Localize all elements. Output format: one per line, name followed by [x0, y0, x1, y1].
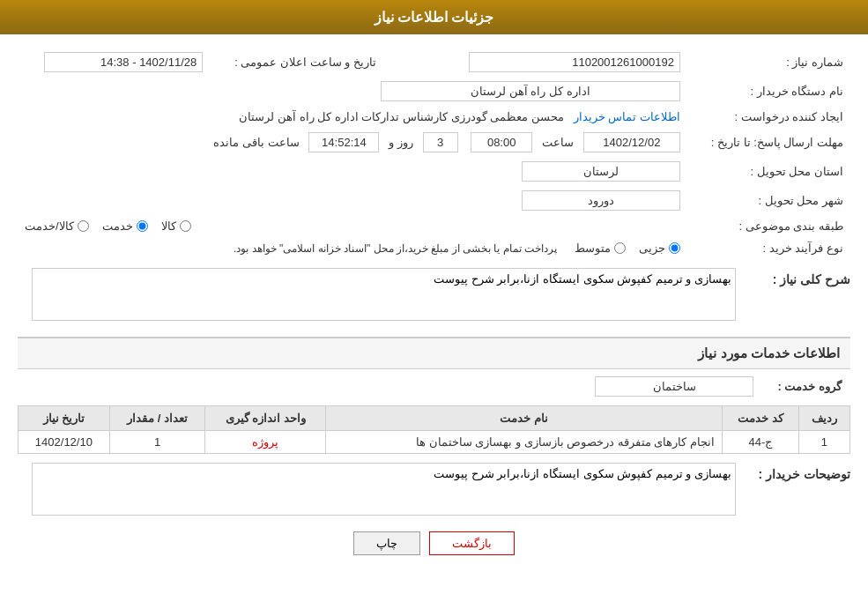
remaining-suffix: ساعت باقی مانده — [213, 136, 299, 149]
deadline-date-input: 1402/12/02 — [583, 132, 680, 152]
print-button[interactable]: چاپ — [353, 531, 420, 555]
need-number-row: شماره نیاز : 1102001261000192 تاریخ و سا… — [18, 48, 850, 77]
service-group-label: گروه خدمت : — [753, 380, 842, 393]
col-service-code: کد خدمت — [723, 406, 799, 431]
general-desc-textarea[interactable] — [32, 268, 736, 321]
buyer-org-value: اداره کل راه آهن لرستان — [18, 77, 687, 106]
city-row: شهر محل تحویل : دورود — [18, 186, 850, 215]
purchase-radio-group: متوسط جزیی — [575, 241, 680, 255]
category-kala[interactable]: کالا — [161, 219, 191, 233]
city-label: شهر محل تحویل : — [687, 186, 850, 215]
col-service-name: نام خدمت — [326, 406, 723, 431]
page-header: جزئیات اطلاعات نیاز — [0, 0, 868, 34]
purchase-motavaset-radio[interactable] — [614, 242, 626, 254]
buyer-org-row: نام دستگاه خریدار : اداره کل راه آهن لرس… — [18, 77, 850, 106]
buyer-org-input: اداره کل راه آهن لرستان — [381, 81, 680, 101]
category-row: طبقه بندی موضوعی : کالا/خدمت خدمت کالا — [18, 215, 850, 237]
province-input: لرستان — [522, 161, 680, 182]
general-desc-section: شرح کلی نیاز : — [18, 268, 850, 323]
page-title: جزئیات اطلاعات نیاز — [375, 10, 494, 25]
deadline-row: مهلت ارسال پاسخ: تا تاریخ : 1402/12/02 س… — [18, 128, 850, 157]
announce-input: 1402/11/28 - 14:38 — [44, 52, 203, 72]
purchase-motavaset-label: متوسط — [575, 241, 611, 255]
main-info-table: شماره نیاز : 1102001261000192 تاریخ و سا… — [18, 48, 850, 259]
need-number-input: 1102001261000192 — [469, 52, 680, 72]
city-value: دورود — [18, 186, 687, 215]
deadline-time-input: 08:00 — [471, 132, 532, 152]
province-label: استان محل تحویل : — [687, 157, 850, 186]
announce-label: تاریخ و ساعت اعلان عمومی : — [210, 48, 383, 77]
need-number-label: شماره نیاز : — [687, 48, 850, 77]
category-radio-group: کالا/خدمت خدمت کالا — [25, 219, 680, 233]
province-value: لرستان — [18, 157, 687, 186]
col-quantity: تعداد / مقدار — [109, 406, 205, 431]
remaining-days-label: روز و — [389, 136, 413, 149]
category-kala-radio[interactable] — [180, 220, 191, 232]
services-table-head: ردیف کد خدمت نام خدمت واحد اندازه گیری ت… — [19, 406, 850, 431]
services-header-row: ردیف کد خدمت نام خدمت واحد اندازه گیری ت… — [19, 406, 850, 431]
deadline-values: 1402/12/02 ساعت 08:00 3 روز و 14:52:14 س… — [18, 128, 687, 157]
deadline-time-label: ساعت — [542, 136, 574, 149]
purchase-type-row: نوع فرآیند خرید : متوسط جزیی — [18, 237, 850, 259]
need-number-value: 1102001261000192 — [436, 48, 687, 77]
col-rownum: ردیف — [798, 406, 849, 431]
buyer-notes-value — [18, 463, 736, 518]
cell-unit: پروژه — [205, 431, 326, 454]
purchase-jozii-label: جزیی — [639, 241, 665, 255]
button-container: چاپ بازگشت — [18, 531, 850, 555]
buyer-notes-textarea[interactable] — [32, 463, 736, 516]
category-label: طبقه بندی موضوعی : — [687, 215, 850, 237]
announce-value: 1402/11/28 - 14:38 — [18, 48, 210, 77]
cell-service-name: انجام کارهای متفرقه درخصوص بازسازی و بهس… — [326, 431, 723, 454]
buyer-org-label: نام دستگاه خریدار : — [687, 77, 850, 106]
creator-value: اطلاعات تماس خریدار محسن معظمی گودرزی کا… — [18, 106, 687, 128]
purchase-type-label: نوع فرآیند خرید : — [687, 237, 850, 259]
service-group-row: گروه خدمت : ساختمان — [18, 376, 850, 397]
general-desc-value — [18, 268, 736, 323]
purchase-type-content: متوسط جزیی پرداخت تمام یا بخشی از مبلغ خ… — [18, 237, 687, 259]
category-options: کالا/خدمت خدمت کالا — [18, 215, 687, 237]
creator-name: محسن معظمی گودرزی کارشناس تدارکات اداره … — [239, 110, 564, 123]
category-kala-khedmat-label: کالا/خدمت — [25, 219, 74, 233]
col-date: تاریخ نیاز — [19, 406, 110, 431]
services-table: ردیف کد خدمت نام خدمت واحد اندازه گیری ت… — [18, 405, 850, 454]
category-kala-khedmat-radio[interactable] — [78, 220, 89, 232]
category-kala-label: کالا — [161, 219, 176, 233]
purchase-jozii[interactable]: جزیی — [639, 241, 680, 255]
category-khedmat-label: خدمت — [102, 219, 133, 233]
remaining-time-input: 14:52:14 — [308, 132, 379, 152]
general-desc-label: شرح کلی نیاز : — [736, 268, 850, 286]
purchase-jozii-radio[interactable] — [669, 242, 680, 254]
page-container: جزئیات اطلاعات نیاز شماره نیاز : 1102001… — [0, 0, 868, 609]
remaining-days-input: 3 — [423, 132, 458, 152]
purchase-motavaset[interactable]: متوسط — [575, 241, 626, 255]
purchase-note: پرداخت تمام یا بخشی از مبلغ خرید،از محل … — [234, 242, 557, 255]
creator-label: ایجاد کننده درخواست : — [687, 106, 850, 128]
cell-quantity: 1 — [109, 431, 205, 454]
buyer-notes-section: توضیحات خریدار : — [18, 463, 850, 518]
table-row: 1 ج-44 انجام کارهای متفرقه درخصوص بازساز… — [19, 431, 850, 454]
back-button[interactable]: بازگشت — [429, 531, 515, 555]
deadline-label: مهلت ارسال پاسخ: تا تاریخ : — [687, 128, 850, 157]
creator-row: ایجاد کننده درخواست : اطلاعات تماس خریدا… — [18, 106, 850, 128]
cell-date: 1402/12/10 — [19, 431, 110, 454]
category-khedmat-radio[interactable] — [137, 220, 148, 232]
service-group-value: ساختمان — [595, 376, 753, 397]
cell-rownum: 1 — [798, 431, 849, 454]
content-area: شماره نیاز : 1102001261000192 تاریخ و سا… — [0, 34, 868, 568]
services-table-body: 1 ج-44 انجام کارهای متفرقه درخصوص بازساز… — [19, 431, 850, 454]
creator-link[interactable]: اطلاعات تماس خریدار — [574, 110, 680, 123]
province-row: استان محل تحویل : لرستان — [18, 157, 850, 186]
buyer-notes-label: توضیحات خریدار : — [736, 463, 850, 481]
category-khedmat[interactable]: خدمت — [102, 219, 148, 233]
col-unit: واحد اندازه گیری — [205, 406, 326, 431]
category-kala-khedmat[interactable]: کالا/خدمت — [25, 219, 89, 233]
cell-service-code: ج-44 — [723, 431, 799, 454]
services-section-header: اطلاعات خدمات مورد نیاز — [18, 337, 850, 369]
city-input: دورود — [522, 190, 680, 211]
